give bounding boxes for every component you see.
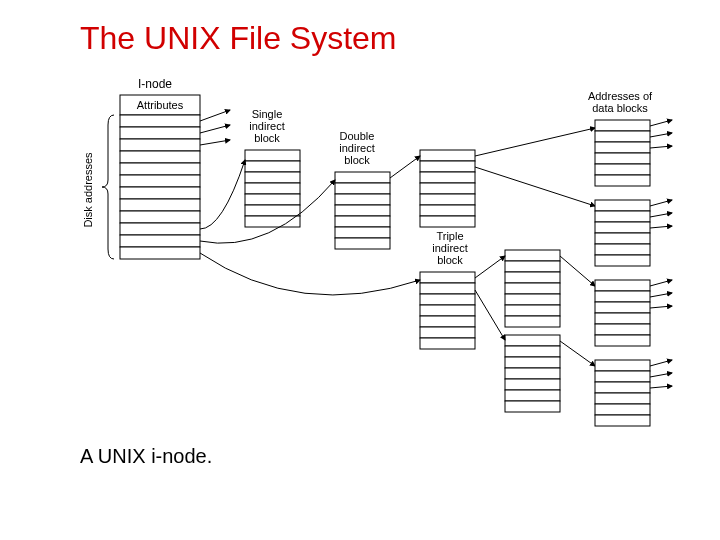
third-b-to-data4-arrow [560,341,595,366]
svg-rect-13 [335,238,390,249]
svg-rect-49 [595,211,650,222]
svg-rect-22 [420,283,475,294]
svg-rect-11 [335,216,390,227]
single-indirect-label-l2: indirect [249,120,284,132]
data4-out-arrow [650,386,672,388]
svg-rect-30 [505,272,560,283]
data1-out-arrow [650,133,672,137]
data-block-group-2 [595,200,650,266]
svg-rect-26 [420,327,475,338]
third-level-block-b [505,335,560,412]
svg-rect-17 [420,183,475,194]
inode-row [120,235,200,247]
svg-rect-14 [420,150,475,161]
data1-out-arrow [650,146,672,148]
single-indirect-block [245,150,300,227]
svg-rect-56 [595,302,650,313]
triple-to-third-a-arrow [475,256,505,278]
svg-rect-34 [505,316,560,327]
direct-arrow [200,110,230,121]
svg-rect-20 [420,216,475,227]
inode-block: Attributes [120,95,200,259]
svg-rect-23 [420,294,475,305]
svg-rect-15 [420,161,475,172]
inode-row [120,139,200,151]
data-block-group-1 [595,120,650,186]
svg-rect-36 [505,346,560,357]
inode-row [120,175,200,187]
data3-out-arrow [650,293,672,297]
double-indirect-label-l1: Double [340,130,375,142]
svg-rect-59 [595,335,650,346]
svg-rect-63 [595,393,650,404]
svg-rect-4 [245,194,300,205]
inode-label: I-node [138,77,172,91]
inode-row [120,115,200,127]
data2-out-arrow [650,200,672,206]
svg-rect-27 [420,338,475,349]
svg-rect-16 [420,172,475,183]
inode-row [120,223,200,235]
svg-rect-50 [595,222,650,233]
double-indirect-label-l3: block [344,154,370,166]
data3-out-arrow [650,306,672,308]
svg-rect-25 [420,316,475,327]
triple-indirect-label-l1: Triple [436,230,463,242]
svg-rect-57 [595,313,650,324]
svg-rect-42 [595,120,650,131]
triple-indirect-label-l3: block [437,254,463,266]
svg-rect-19 [420,205,475,216]
svg-rect-37 [505,357,560,368]
svg-rect-38 [505,368,560,379]
svg-rect-2 [245,172,300,183]
svg-rect-31 [505,283,560,294]
single-indirect-label-l3: block [254,132,280,144]
svg-rect-65 [595,415,650,426]
attributes-text: Attributes [137,99,184,111]
svg-rect-24 [420,305,475,316]
svg-rect-6 [245,216,300,227]
svg-rect-3 [245,183,300,194]
svg-rect-40 [505,390,560,401]
double-indirect-label-l2: indirect [339,142,374,154]
svg-rect-44 [595,142,650,153]
single-indirect-label-l1: Single [252,108,283,120]
svg-rect-8 [335,183,390,194]
svg-rect-18 [420,194,475,205]
data2-out-arrow [650,213,672,217]
double-to-second-arrow [390,156,420,178]
svg-rect-47 [595,175,650,186]
svg-rect-41 [505,401,560,412]
inode-row [120,163,200,175]
svg-rect-48 [595,200,650,211]
second-to-data2-arrow [475,167,595,206]
svg-rect-5 [245,205,300,216]
second-level-block-1 [420,150,475,227]
inode-row [120,199,200,211]
disk-addresses-label: Disk addresses [82,152,94,228]
svg-rect-58 [595,324,650,335]
svg-rect-39 [505,379,560,390]
svg-rect-52 [595,244,650,255]
svg-rect-64 [595,404,650,415]
svg-rect-51 [595,233,650,244]
svg-rect-43 [595,131,650,142]
svg-rect-21 [420,272,475,283]
svg-rect-12 [335,227,390,238]
svg-rect-7 [335,172,390,183]
svg-rect-60 [595,360,650,371]
inode-to-triple-arrow [200,253,420,295]
triple-indirect-label-l2: indirect [432,242,467,254]
disk-addresses-brace: Disk addresses [82,115,114,259]
data4-out-arrow [650,373,672,377]
third-a-to-data3-arrow [560,256,595,286]
svg-rect-28 [505,250,560,261]
direct-arrow [200,125,230,133]
svg-rect-10 [335,205,390,216]
triple-to-third-b-arrow [475,290,505,340]
svg-rect-53 [595,255,650,266]
data-blocks-label-l2: data blocks [592,102,648,114]
data4-out-arrow [650,360,672,366]
svg-rect-33 [505,305,560,316]
data-block-group-4 [595,360,650,426]
